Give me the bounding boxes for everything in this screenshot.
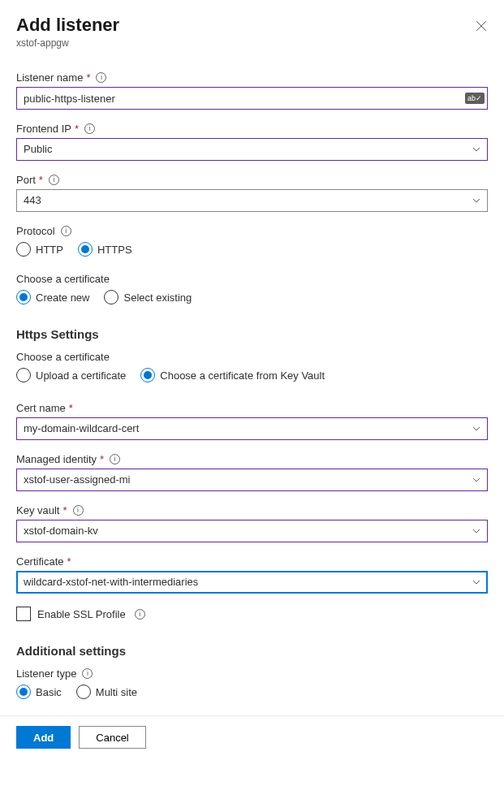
info-icon[interactable]: i	[135, 609, 145, 620]
required-asterisk: *	[69, 402, 73, 414]
info-icon[interactable]: i	[82, 668, 93, 679]
protocol-https-radio[interactable]: HTTPS	[78, 242, 132, 257]
info-icon[interactable]: i	[110, 454, 120, 464]
cert-keyvault-radio[interactable]: Choose a certificate from Key Vault	[140, 368, 325, 382]
required-asterisk: *	[67, 555, 71, 568]
add-button[interactable]: Add	[16, 726, 71, 749]
managed-identity-select[interactable]: xstof-user-assigned-mi	[16, 469, 488, 491]
required-asterisk: *	[86, 71, 90, 84]
cert-create-new-radio[interactable]: Create new	[16, 290, 89, 304]
info-icon[interactable]: i	[84, 123, 95, 134]
choose-cert-src-label: Choose a certificate	[16, 351, 110, 363]
choose-cert-mode-label: Choose a certificate	[16, 273, 110, 285]
panel-subtitle: xstof-appgw	[16, 37, 119, 49]
radio-label: HTTP	[36, 244, 63, 256]
frontend-ip-label: Frontend IP	[16, 123, 71, 135]
listener-name-label: Listener name	[16, 71, 83, 84]
required-asterisk: *	[62, 504, 67, 516]
listener-type-label: Listener type	[16, 667, 76, 680]
port-label: Port	[16, 174, 36, 186]
enable-ssl-profile-checkbox[interactable]	[16, 607, 31, 621]
port-select[interactable]: 443	[16, 189, 488, 212]
cert-name-select[interactable]: my-domain-wildcard-cert	[16, 417, 488, 440]
radio-label: Multi site	[96, 686, 137, 698]
close-icon[interactable]	[475, 19, 488, 32]
info-icon[interactable]: i	[96, 72, 106, 83]
radio-label: Upload a certificate	[36, 369, 126, 382]
required-asterisk: *	[39, 174, 43, 186]
additional-settings-heading: Additional settings	[16, 644, 488, 658]
footer-bar: Add Cancel	[0, 715, 504, 758]
listener-name-input[interactable]	[16, 87, 488, 110]
certificate-label: Certificate	[16, 555, 64, 568]
listener-type-basic-radio[interactable]: Basic	[16, 685, 62, 699]
cancel-button[interactable]: Cancel	[79, 726, 145, 749]
info-icon[interactable]: i	[73, 505, 84, 516]
key-vault-label: Key vault	[16, 504, 59, 516]
key-vault-select[interactable]: xstof-domain-kv	[16, 520, 488, 542]
required-asterisk: *	[100, 453, 104, 465]
radio-label: Basic	[36, 686, 62, 698]
managed-identity-label: Managed identity	[16, 453, 97, 465]
panel-title: Add listener	[16, 15, 119, 36]
listener-type-multisite-radio[interactable]: Multi site	[76, 685, 137, 699]
https-settings-heading: Https Settings	[16, 327, 488, 341]
radio-label: HTTPS	[97, 244, 132, 256]
cert-upload-radio[interactable]: Upload a certificate	[16, 368, 126, 382]
certificate-select[interactable]: wildcard-xstof-net-with-intermediaries	[16, 571, 488, 594]
protocol-label: Protocol	[16, 225, 55, 237]
required-asterisk: *	[75, 123, 79, 135]
info-icon[interactable]: i	[49, 175, 59, 185]
radio-label: Choose a certificate from Key Vault	[160, 369, 325, 382]
radio-label: Select existing	[123, 292, 192, 304]
cert-name-label: Cert name	[16, 402, 66, 414]
input-suggestion-icon: ab✓	[465, 93, 485, 104]
radio-label: Create new	[36, 292, 89, 304]
info-icon[interactable]: i	[61, 226, 71, 236]
frontend-ip-select[interactable]: Public	[16, 138, 488, 161]
panel-header: Add listener xstof-appgw	[16, 15, 488, 49]
protocol-http-radio[interactable]: HTTP	[16, 242, 63, 257]
cert-select-existing-radio[interactable]: Select existing	[104, 290, 192, 304]
enable-ssl-profile-label: Enable SSL Profile	[37, 608, 126, 620]
